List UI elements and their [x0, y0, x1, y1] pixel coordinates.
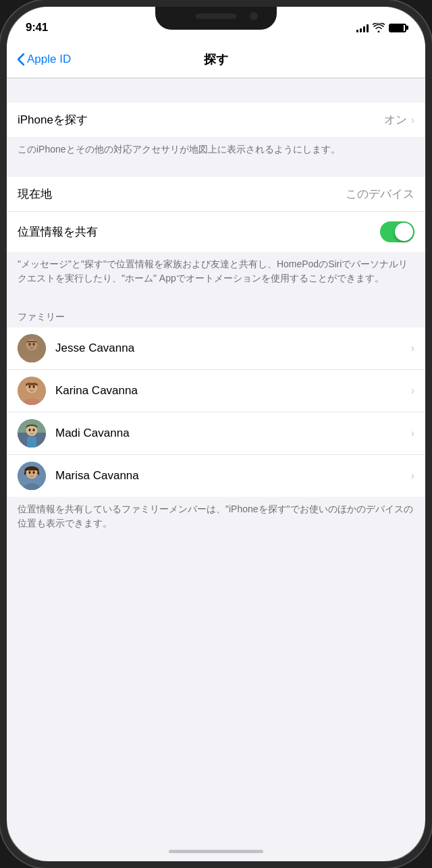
status-icons: [356, 23, 406, 32]
home-indicator[interactable]: [169, 850, 263, 853]
family-member-row[interactable]: Jesse Cavanna ›: [7, 327, 425, 370]
svg-point-4: [29, 343, 31, 346]
content: iPhoneを探す オン › このiPhoneとその他の対応アクセサリが地図上に…: [7, 78, 425, 861]
find-iphone-right: オン ›: [384, 112, 414, 128]
signal-icon: [356, 23, 369, 32]
svg-point-11: [33, 385, 35, 388]
svg-point-16: [29, 429, 31, 431]
battery-icon: [389, 24, 406, 32]
wifi-icon: [373, 23, 385, 32]
madi-chevron: ›: [411, 427, 414, 439]
family-member-row[interactable]: Madi Cavanna ›: [7, 412, 425, 455]
current-location-row: 現在地 このデバイス: [7, 177, 425, 212]
svg-point-15: [27, 426, 36, 435]
find-iphone-value: オン: [384, 112, 407, 128]
jesse-chevron: ›: [411, 342, 414, 354]
bottom-spacer: [7, 541, 425, 582]
family-list: Jesse Cavanna ›: [7, 327, 425, 497]
family-member-row[interactable]: Marisa Cavanna ›: [7, 455, 425, 497]
current-location-right: このデバイス: [346, 186, 414, 202]
nav-title: 探す: [204, 51, 228, 67]
marisa-chevron: ›: [411, 470, 414, 482]
member-name-madi: Madi Cavanna: [55, 427, 411, 440]
top-spacer: [7, 78, 425, 103]
middle-spacer2: [7, 294, 425, 306]
notch: [155, 7, 277, 30]
share-location-description: "メッセージ"と"探す"で位置情報を家族および友達と共有し、HomePodのSi…: [7, 252, 425, 294]
find-iphone-row[interactable]: iPhoneを探す オン ›: [7, 103, 425, 137]
phone-frame: 9:41: [0, 0, 432, 868]
family-footer-text: 位置情報を共有しているファミリーメンバーは、"iPhoneを探す"でお使いのほか…: [7, 497, 425, 541]
member-name-marisa: Marisa Cavanna: [55, 469, 411, 483]
svg-point-10: [29, 385, 31, 388]
find-iphone-chevron: ›: [411, 114, 414, 126]
back-button[interactable]: Apple ID: [18, 53, 71, 66]
share-location-row[interactable]: 位置情報を共有: [7, 212, 425, 252]
avatar-jesse: [18, 334, 46, 362]
back-label: Apple ID: [27, 53, 71, 66]
avatar-madi: [18, 419, 46, 447]
svg-point-24: [33, 471, 35, 474]
family-member-row[interactable]: Karina Cavanna ›: [7, 370, 425, 412]
status-time: 9:41: [26, 21, 48, 34]
toggle-knob: [395, 223, 413, 241]
find-iphone-label: iPhoneを探す: [18, 112, 88, 128]
location-section: 現在地 このデバイス 位置情報を共有: [7, 177, 425, 252]
camera: [250, 12, 258, 20]
find-iphone-section: iPhoneを探す オン ›: [7, 103, 425, 137]
speaker: [196, 13, 236, 19]
find-iphone-description: このiPhoneとその他の対応アクセサリが地図上に表示されるようにします。: [7, 137, 425, 165]
svg-rect-18: [27, 437, 36, 447]
member-name-karina: Karina Cavanna: [55, 384, 411, 398]
share-location-label: 位置情報を共有: [18, 224, 98, 240]
current-location-label: 現在地: [18, 186, 52, 202]
back-chevron-icon: [18, 53, 24, 65]
share-location-toggle[interactable]: [380, 221, 414, 242]
battery-fill: [390, 25, 404, 31]
svg-point-5: [33, 343, 35, 346]
nav-bar: Apple ID 探す: [7, 40, 425, 78]
avatar-marisa: [18, 462, 46, 490]
karina-chevron: ›: [411, 385, 414, 397]
screen: 9:41: [7, 7, 425, 861]
middle-spacer1: [7, 165, 425, 177]
current-location-value: このデバイス: [346, 186, 414, 202]
avatar-karina: [18, 377, 46, 405]
svg-point-17: [33, 429, 35, 431]
svg-point-23: [29, 471, 31, 474]
member-name-jesse: Jesse Cavanna: [55, 342, 411, 355]
family-section-label: ファミリー: [7, 306, 425, 327]
